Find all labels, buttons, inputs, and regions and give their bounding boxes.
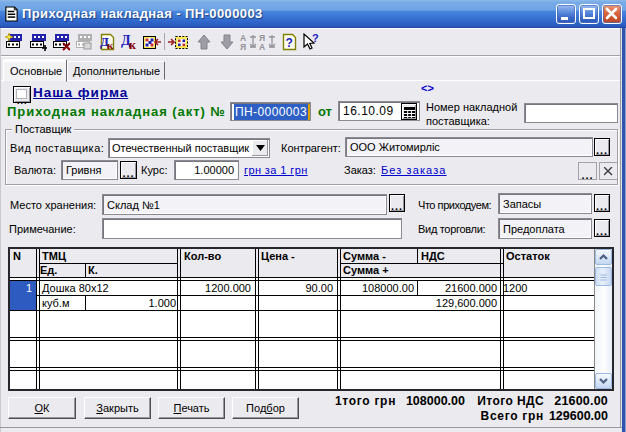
svg-text:?: ? xyxy=(312,33,319,44)
svg-text:Я: Я xyxy=(240,42,246,51)
svg-text:А: А xyxy=(259,42,265,51)
svg-text:к: к xyxy=(129,38,136,51)
svg-text:?: ? xyxy=(286,36,293,50)
svg-text:к: к xyxy=(107,39,114,51)
